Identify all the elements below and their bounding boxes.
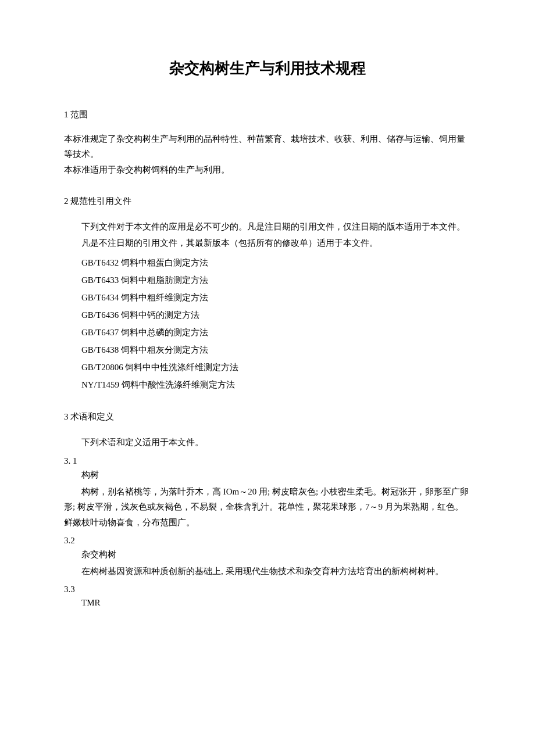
term-3-1-name: 构树 [64,470,471,481]
term-3-3-name: TMR [64,598,471,608]
term-3-1-body: 构树，别名褚桃等，为落叶乔木，高 IOm～20 用; 树皮暗灰色; 小枝密生柔毛… [64,484,471,530]
section-3-heading: 3 术语和定义 [64,410,471,424]
reference-item: GB/T6434 饲料中粗纤维测定方法 [64,289,471,306]
section-1-paragraph-1: 本标准规定了杂交构树生产与利用的品种特性、种苗繁育、栽培技术、收获、利用、储存与… [64,132,471,162]
section-1-paragraph-2: 本标准适用于杂交构树饲料的生产与利用。 [64,163,471,178]
document-page: 杂交构树生产与利用技术规程 1 范围 本标准规定了杂交构树生产与利用的品种特性、… [0,0,535,658]
reference-item: GB/T6432 饲料中粗蛋白测定方法 [64,254,471,271]
reference-item: NY/T1459 饲料中酸性洗涤纤维测定方法 [64,376,471,393]
term-3-3-number: 3.3 [64,585,471,594]
term-3-1-number: 3. 1 [64,456,471,466]
document-title: 杂交构树生产与利用技术规程 [64,58,471,78]
term-3-2-number: 3.2 [64,536,471,546]
section-2-paragraph-1: 下列文件对于本文件的应用是必不可少的。凡是注日期的引用文件，仅注日期的版本适用于… [64,218,471,235]
section-1-heading: 1 范围 [64,108,471,121]
term-3-2-body: 在构树基因资源和种质创新的基础上, 采用现代生物技术和杂交育种方法培育出的新构树… [64,564,471,579]
section-3-intro: 下列术语和定义适用于本文件。 [64,434,471,451]
section-2-paragraph-2: 凡是不注日期的引用文件，其最新版本（包括所有的修改单）适用于本文件。 [64,235,471,252]
term-3-2-name: 杂交构树 [64,549,471,560]
reference-item: GB/T20806 饲料中中性洗涤纤维测定方法 [64,359,471,376]
reference-item: GB/T6438 饲料中粗灰分测定方法 [64,341,471,359]
reference-item: GB/T6436 饲料中钙的测定方法 [64,306,471,324]
section-2-heading: 2 规范性引用文件 [64,194,471,208]
reference-item: GB/T6433 饲料中粗脂肪测定方法 [64,271,471,289]
reference-list: GB/T6432 饲料中粗蛋白测定方法 GB/T6433 饲料中粗脂肪测定方法 … [64,254,471,393]
reference-item: GB/T6437 饲料中总磷的测定方法 [64,324,471,341]
